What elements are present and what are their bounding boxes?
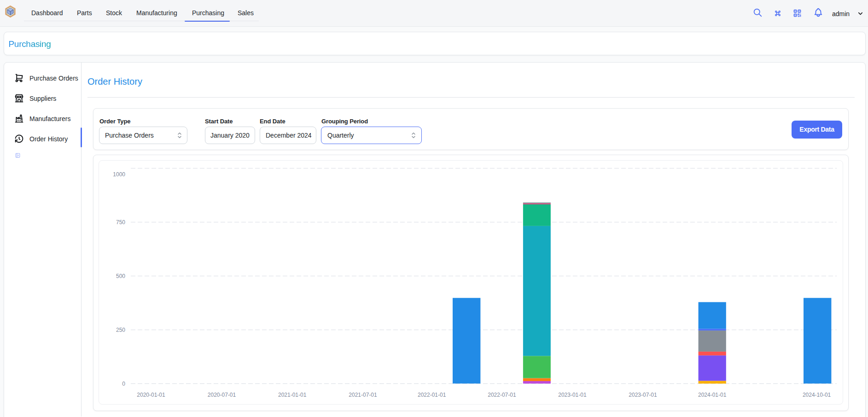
svg-text:2020-01-01: 2020-01-01 [137,392,165,398]
svg-text:2023-07-01: 2023-07-01 [629,392,657,398]
svg-text:2023-01-01: 2023-01-01 [558,392,587,398]
svg-text:2022-07-01: 2022-07-01 [488,392,516,398]
svg-text:2021-01-01: 2021-01-01 [278,392,307,398]
svg-text:0: 0 [122,381,125,387]
svg-text:2024-10-01: 2024-10-01 [803,392,831,398]
svg-text:1000: 1000 [113,171,125,178]
svg-text:2022-01-01: 2022-01-01 [418,392,446,398]
svg-text:750: 750 [116,219,125,226]
svg-text:2021-07-01: 2021-07-01 [349,392,377,398]
svg-text:2024-01-01: 2024-01-01 [698,392,727,398]
svg-text:500: 500 [116,273,125,279]
svg-text:250: 250 [116,327,125,333]
svg-text:2020-07-01: 2020-07-01 [208,392,236,398]
